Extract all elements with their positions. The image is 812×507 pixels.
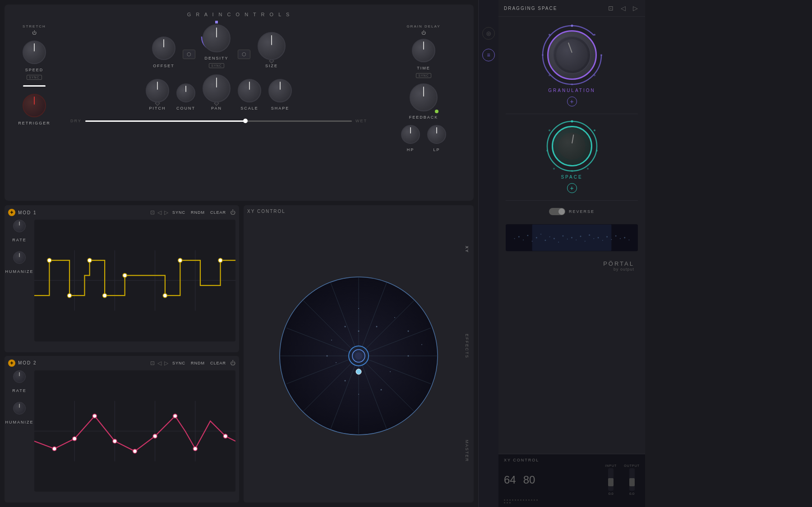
- svg-point-56: [345, 380, 346, 381]
- density-sync-badge[interactable]: SYNC: [209, 63, 224, 68]
- dots-pattern: [504, 499, 540, 503]
- svg-point-26: [173, 414, 177, 418]
- mod1-humanize-knob[interactable]: [13, 251, 26, 264]
- scale-knob[interactable]: [238, 79, 261, 102]
- speed-sync-badge[interactable]: SYNC: [27, 75, 42, 80]
- svg-point-8: [68, 294, 72, 298]
- mod1-rndm-btn[interactable]: RNDM: [189, 209, 206, 216]
- output-slider[interactable]: [629, 468, 635, 491]
- svg-point-25: [153, 434, 157, 438]
- xy-y-value: 80: [523, 474, 535, 486]
- granulation-knob[interactable]: [547, 30, 597, 80]
- output-value: 0.0: [629, 492, 634, 496]
- size-knob[interactable]: [258, 32, 286, 60]
- mod1-redo-icon[interactable]: ▷: [164, 209, 168, 216]
- reverse-label: REVERSE: [569, 209, 595, 214]
- mod1-undo-icon[interactable]: ◁: [157, 209, 161, 216]
- mod2-rate-label: RATE: [12, 388, 26, 393]
- time-knob[interactable]: [412, 39, 435, 62]
- waveform-display[interactable]: [506, 224, 638, 251]
- by-output-text: by output: [506, 267, 634, 272]
- input-slider-label: INPUT: [605, 464, 617, 467]
- speed-knob[interactable]: [23, 41, 46, 64]
- svg-point-47: [358, 308, 359, 309]
- lp-knob[interactable]: [427, 125, 446, 144]
- mod2-canvas[interactable]: [34, 370, 235, 492]
- svg-point-109: [624, 237, 625, 239]
- mod1-add-btn[interactable]: +: [8, 209, 15, 216]
- mod1-copy-icon[interactable]: ⊡: [150, 209, 155, 216]
- xy-circle-area[interactable]: [247, 217, 470, 494]
- mod2-add-btn[interactable]: +: [8, 360, 15, 367]
- mod2-redo-icon[interactable]: ▷: [164, 360, 168, 366]
- svg-point-71: [549, 74, 550, 76]
- right-panel: ◎ ≡ DRAGGING SPACE ⊡ ◁ ▷: [478, 0, 645, 507]
- mod1-rate-label: RATE: [12, 238, 26, 242]
- time-sync-badge[interactable]: SYNC: [416, 73, 431, 78]
- prev-icon[interactable]: ◁: [619, 4, 627, 13]
- mod1-knobs: RATE HUMANIZE: [8, 220, 31, 341]
- mod1-sync-btn[interactable]: SYNC: [171, 209, 187, 216]
- bxy-title: XY CONTROL: [504, 458, 640, 462]
- input-value: 0.0: [609, 492, 614, 496]
- stretch-power-icon[interactable]: ⏻: [32, 30, 37, 35]
- space-add-btn[interactable]: +: [567, 183, 577, 193]
- grain-delay-power-icon[interactable]: ⏻: [421, 30, 426, 35]
- mod2-undo-icon[interactable]: ◁: [157, 360, 161, 366]
- dry-wet-row: DRY WET: [61, 119, 376, 123]
- offset-knob[interactable]: [152, 37, 175, 60]
- shape-knob[interactable]: [268, 79, 292, 102]
- count-knob[interactable]: [176, 83, 195, 102]
- next-icon[interactable]: ▷: [631, 4, 640, 13]
- granulation-add-btn[interactable]: +: [567, 97, 577, 106]
- space-knob[interactable]: [552, 126, 592, 166]
- mod2-humanize-knob[interactable]: [13, 402, 26, 415]
- save-icon[interactable]: ⊡: [606, 4, 615, 13]
- mod2-rndm-btn[interactable]: RNDM: [189, 360, 206, 366]
- svg-point-63: [355, 352, 362, 360]
- dry-wet-slider[interactable]: [85, 120, 352, 122]
- svg-point-21: [73, 437, 77, 441]
- xy-tab-effects[interactable]: EFFECTS: [463, 330, 471, 362]
- mod2-clear-btn[interactable]: CLEAR: [209, 360, 227, 366]
- xy-tab-xy[interactable]: XY: [463, 242, 471, 257]
- link-btn-1[interactable]: ⬡: [183, 50, 195, 59]
- mod2-sync-btn[interactable]: SYNC: [171, 360, 187, 366]
- grain-controls-title: G R A I N C O N T R O L S: [12, 12, 466, 17]
- link-btn-2[interactable]: ⬡: [238, 50, 250, 59]
- svg-point-28: [223, 434, 227, 438]
- output-thumb: [629, 478, 635, 486]
- sidebar-sliders-icon[interactable]: ≡: [482, 49, 495, 61]
- size-label: SIZE: [265, 64, 278, 68]
- mod1-canvas[interactable]: [34, 220, 235, 341]
- speed-slider[interactable]: [23, 85, 46, 87]
- svg-point-11: [123, 273, 127, 277]
- pitch-knob[interactable]: [146, 79, 169, 102]
- hp-knob[interactable]: [401, 125, 420, 144]
- mod2-power-icon[interactable]: ⏻: [230, 360, 235, 366]
- mod2-knobs: RATE HUMANIZE: [8, 370, 31, 492]
- mod2-rate-knob[interactable]: [13, 370, 26, 383]
- reverse-toggle[interactable]: [549, 208, 565, 215]
- mod1-clear-btn[interactable]: CLEAR: [209, 209, 227, 216]
- svg-point-10: [103, 294, 107, 298]
- reverse-toggle-row: REVERSE: [549, 208, 595, 215]
- reverse-thumb: [558, 208, 565, 215]
- svg-point-77: [596, 150, 598, 152]
- mod2-copy-icon[interactable]: ⊡: [150, 360, 155, 366]
- sidebar-circle-icon[interactable]: ◎: [482, 27, 495, 40]
- pan-knob[interactable]: [203, 74, 231, 102]
- density-knob[interactable]: [203, 24, 231, 52]
- mod1-header: + MOD 1 ⊡ ◁ ▷ SYNC RNDM CLEAR ⏻: [8, 209, 235, 216]
- xy-x-value: 64: [504, 474, 516, 486]
- input-slider[interactable]: [608, 468, 614, 491]
- feedback-knob[interactable]: [410, 83, 438, 111]
- retrigger-knob[interactable]: [23, 94, 46, 117]
- svg-point-82: [549, 129, 550, 131]
- mod1-rate-knob[interactable]: [13, 220, 26, 232]
- xy-tab-master[interactable]: MASTER: [463, 436, 471, 466]
- input-thumb: [608, 478, 614, 486]
- svg-point-81: [546, 150, 548, 152]
- right-panel-header: DRAGGING SPACE ⊡ ◁ ▷: [498, 0, 645, 17]
- mod1-power-icon[interactable]: ⏻: [230, 209, 235, 216]
